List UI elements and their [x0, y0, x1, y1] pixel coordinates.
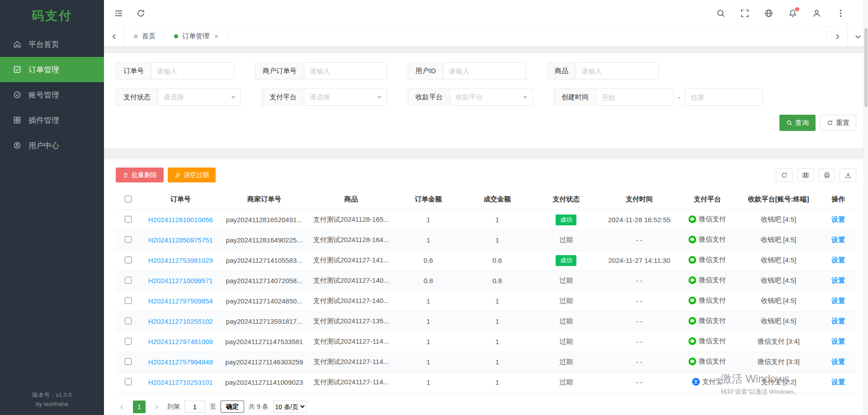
tabs-scroll-right-icon[interactable] [826, 27, 847, 46]
per-page-select[interactable]: 10 条/页 [273, 401, 307, 413]
tab-1[interactable]: 订单管理× [165, 27, 228, 46]
sidebar-item-1[interactable]: 订单管理 [0, 57, 104, 82]
order-no-link[interactable]: H2024112810010056 [148, 216, 213, 224]
row-checkbox-cell [116, 270, 141, 291]
row-checkbox[interactable] [125, 297, 132, 304]
pay-status-cell: 过期 [532, 331, 601, 352]
menu-collapse-icon[interactable] [114, 9, 123, 18]
row-checkbox[interactable] [125, 378, 132, 385]
paid-amount-cell: 1 [463, 291, 532, 311]
fullscreen-icon[interactable] [740, 9, 750, 18]
sidebar-item-4[interactable]: 用户中心 [0, 133, 104, 158]
select-placeholder: 请选择 [310, 93, 330, 102]
page-prev-icon[interactable] [116, 401, 128, 413]
scrollbar-thumb[interactable] [864, 28, 868, 107]
goto-page-input[interactable] [184, 401, 205, 413]
platform-cell: 微信支付 [678, 270, 736, 291]
batch-delete-button[interactable]: 批量删除 [116, 168, 164, 182]
order-no-link[interactable]: H2024112710253101 [148, 378, 213, 386]
order-no-link[interactable]: H2024112797509854 [148, 297, 213, 305]
tabs-container: 首页订单管理× [125, 27, 228, 46]
order-no-link[interactable]: H2024112710099571 [148, 277, 213, 284]
orders-table: 订单号商家订单号商品订单金额成交金额支付状态支付时间支付平台收款平台[账号:终端… [116, 190, 856, 393]
topbar-left [114, 9, 146, 18]
pay-time-cell: - - [601, 270, 678, 291]
reset-button[interactable]: 重置 [820, 115, 856, 131]
tabs-scroll-left-icon[interactable] [104, 27, 125, 46]
page-next-icon[interactable] [150, 401, 163, 413]
user-avatar-icon[interactable] [812, 9, 821, 18]
filter-input[interactable] [576, 62, 659, 79]
page-number-button[interactable]: 1 [133, 401, 146, 413]
row-checkbox[interactable] [125, 317, 132, 324]
row-checkbox[interactable] [125, 256, 132, 263]
order-no-cell: H2024112757994849 [141, 352, 220, 372]
receiver-cell: 收钱吧 [4:5] [737, 311, 821, 331]
pay-status-cell: 过期 [532, 352, 601, 372]
filter-input[interactable] [443, 62, 526, 79]
settings-link[interactable]: 设置 [831, 358, 845, 365]
tab-close-icon[interactable]: × [214, 33, 218, 40]
date-start-input[interactable] [596, 89, 674, 106]
export-download-icon[interactable] [840, 168, 856, 182]
more-options-icon[interactable] [836, 9, 845, 18]
order-no-link[interactable]: H2024112757994849 [148, 358, 213, 366]
settings-link[interactable]: 设置 [831, 378, 845, 386]
page-scrollbar[interactable] [863, 0, 868, 415]
filter-select[interactable]: 收款平台 [450, 89, 533, 106]
filter-input[interactable] [151, 62, 234, 79]
wechat-pay-icon [689, 337, 696, 345]
filter-group-0: 订单号 [116, 62, 234, 79]
row-checkbox[interactable] [125, 277, 132, 284]
sidebar-menu: 平台首页订单管理账号管理插件管理用户中心 [0, 32, 104, 158]
settings-link[interactable]: 设置 [831, 276, 845, 284]
platform-label: 微信支付 [698, 357, 726, 366]
settings-link[interactable]: 设置 [831, 297, 845, 304]
order-no-link[interactable]: H2024112797481009 [148, 338, 213, 345]
settings-link[interactable]: 设置 [831, 236, 845, 243]
search-icon[interactable] [716, 9, 726, 18]
language-globe-icon[interactable] [764, 9, 774, 18]
settings-link[interactable]: 设置 [831, 256, 845, 264]
sidebar-item-3[interactable]: 插件管理 [0, 107, 104, 133]
table-row: H2024112810010056pay2024112816520491...支… [116, 210, 856, 230]
row-checkbox[interactable] [125, 216, 132, 223]
status-expired-text: 过期 [559, 358, 573, 365]
table-refresh-icon[interactable] [776, 168, 793, 182]
table-row: H2024112797481009pay202411271147533581支付… [116, 331, 856, 352]
order-amount-cell: 1 [394, 352, 463, 372]
row-checkbox[interactable] [125, 236, 132, 243]
order-no-link[interactable]: H2024112710255102 [148, 317, 213, 325]
query-button[interactable]: 查询 [779, 115, 816, 131]
settings-link[interactable]: 设置 [831, 215, 845, 223]
row-checkbox[interactable] [125, 338, 132, 345]
goto-confirm-button[interactable]: 确定 [221, 401, 244, 413]
row-checkbox-cell [116, 210, 141, 230]
table-columns-icon[interactable] [797, 168, 814, 182]
order-no-link[interactable]: H2024112850975751 [148, 236, 213, 244]
action-cell: 设置 [821, 270, 856, 291]
action-cell: 设置 [821, 250, 856, 270]
date-end-input[interactable] [685, 89, 763, 106]
print-icon[interactable] [818, 168, 835, 182]
paid-amount-cell: 1 [463, 352, 532, 372]
filter-select[interactable]: 请选择 [304, 89, 387, 106]
sidebar-item-0[interactable]: 平台首页 [0, 32, 104, 57]
product-cell: 支付测试20241127-141... [308, 250, 394, 270]
filter-input[interactable] [304, 62, 387, 79]
row-checkbox[interactable] [125, 358, 132, 365]
order-no-link[interactable]: H2024112753981029 [148, 256, 213, 264]
clear-expired-button[interactable]: 清空过期 [168, 168, 216, 182]
filter-select[interactable]: 请选择 [158, 89, 241, 106]
filter-row-1: 订单号商户订单号用户ID商品 [116, 62, 856, 79]
row-checkbox-cell [116, 230, 141, 250]
paid-amount-cell: 1 [463, 372, 532, 392]
select-all-checkbox[interactable] [125, 196, 132, 202]
refresh-icon[interactable] [136, 9, 146, 18]
settings-link[interactable]: 设置 [831, 337, 845, 345]
pay-time-cell: - - [601, 230, 678, 250]
tab-0[interactable]: 首页 [125, 27, 165, 46]
notification-bell-icon[interactable] [788, 9, 797, 18]
settings-link[interactable]: 设置 [831, 317, 845, 325]
sidebar-item-2[interactable]: 账号管理 [0, 82, 104, 107]
